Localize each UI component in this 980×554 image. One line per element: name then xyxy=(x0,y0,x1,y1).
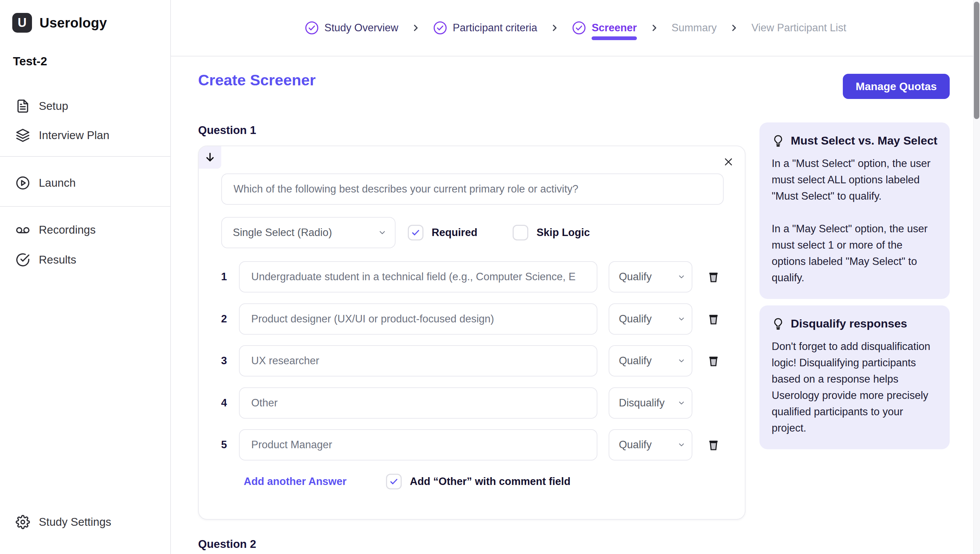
lightbulb-icon xyxy=(772,317,785,330)
add-other-checkbox[interactable] xyxy=(386,474,402,489)
qualify-value: Disqualify xyxy=(619,397,664,409)
sidebar-item-label: Study Settings xyxy=(39,516,111,529)
scrollbar-thumb[interactable] xyxy=(974,2,979,119)
question-settings-row: Single Select (Radio) Required Skip Logi… xyxy=(221,217,590,248)
question-type-select[interactable]: Single Select (Radio) xyxy=(221,217,396,248)
add-answer-row: Add another Answer Add “Other” with comm… xyxy=(199,466,570,497)
chevron-down-icon xyxy=(378,228,387,237)
sidebar-item-study-settings[interactable]: Study Settings xyxy=(0,507,170,537)
chevron-right-icon xyxy=(411,24,420,32)
sidebar: U Userology Test-2 Setup Interview Plan … xyxy=(0,0,171,554)
sidebar-item-label: Setup xyxy=(39,100,68,113)
chevron-down-icon xyxy=(677,357,686,365)
step-label: Screener xyxy=(592,22,637,34)
chevron-down-icon xyxy=(677,399,686,407)
layers-icon xyxy=(16,128,30,143)
answer-number: 5 xyxy=(217,429,231,460)
check-circle-icon xyxy=(572,21,586,35)
answer-input[interactable]: Product Manager xyxy=(239,429,597,460)
step-study-overview[interactable]: Study Overview xyxy=(305,21,398,35)
check-circle-icon xyxy=(433,21,447,35)
check-icon xyxy=(410,228,421,238)
sidebar-item-recordings[interactable]: Recordings xyxy=(0,215,170,245)
required-label: Required xyxy=(432,226,477,239)
chevron-right-icon xyxy=(550,24,559,32)
study-name: Test-2 xyxy=(13,54,47,68)
chevron-right-icon xyxy=(650,24,659,32)
tip-body: In a "Must Select" option, the user must… xyxy=(772,155,937,286)
required-checkbox[interactable] xyxy=(408,225,423,240)
trash-icon xyxy=(707,312,720,325)
userology-logo-icon: U xyxy=(12,13,32,33)
answer-input[interactable]: Product designer (UX/UI or product-focus… xyxy=(239,303,597,334)
step-label: Participant criteria xyxy=(453,22,537,34)
answer-row: 3 UX researcher Qualify xyxy=(199,345,745,376)
answer-input[interactable]: Other xyxy=(239,387,597,419)
qualify-value: Qualify xyxy=(619,355,651,367)
trash-icon xyxy=(707,271,720,283)
close-question-button[interactable] xyxy=(721,155,735,169)
answer-input[interactable]: UX researcher xyxy=(239,345,597,376)
qualify-select[interactable]: Qualify xyxy=(609,429,693,460)
manage-quotas-button[interactable]: Manage Quotas xyxy=(843,74,950,99)
question-1-label: Question 1 xyxy=(198,124,256,137)
tip-title: Must Select vs. May Select xyxy=(772,134,937,147)
step-view-participant-list[interactable]: View Participant List xyxy=(751,22,846,34)
sidebar-item-launch[interactable]: Launch xyxy=(0,168,170,198)
step-participant-criteria[interactable]: Participant criteria xyxy=(433,21,537,35)
answer-input[interactable]: Undergraduate student in a technical fie… xyxy=(239,261,597,293)
step-label: View Participant List xyxy=(751,22,846,34)
tip-title: Disqualify responses xyxy=(772,317,937,330)
qualify-value: Qualify xyxy=(619,439,651,451)
target-check-icon xyxy=(16,253,30,267)
tip-card-disqualify: Disqualify responses Don't forget to add… xyxy=(760,306,950,449)
chevron-down-icon xyxy=(677,441,686,449)
answer-number: 3 xyxy=(217,345,231,376)
answer-number: 4 xyxy=(217,387,231,419)
arrow-down-icon xyxy=(204,151,216,164)
step-summary[interactable]: Summary xyxy=(672,22,717,34)
check-circle-icon xyxy=(305,21,319,35)
question-type-value: Single Select (Radio) xyxy=(233,226,332,239)
top-header: Study Overview Participant criteria Scre… xyxy=(171,0,980,56)
tip-title-text: Disqualify responses xyxy=(791,317,907,330)
delete-answer-button[interactable] xyxy=(706,269,721,284)
document-icon xyxy=(16,99,30,113)
tip-title-text: Must Select vs. May Select xyxy=(791,134,937,147)
answer-row: 1 Undergraduate student in a technical f… xyxy=(199,261,745,293)
tip-paragraph: In a "May Select" option, the user must … xyxy=(772,221,937,286)
tip-body: Don't forget to add disqualification log… xyxy=(772,338,937,436)
step-label: Study Overview xyxy=(324,22,398,34)
sidebar-item-label: Recordings xyxy=(39,223,96,236)
drag-handle[interactable] xyxy=(199,146,221,169)
delete-answer-button[interactable] xyxy=(706,437,721,452)
question-2-label: Question 2 xyxy=(198,538,256,551)
sidebar-item-label: Results xyxy=(39,253,76,266)
skip-logic-checkbox[interactable] xyxy=(512,225,528,240)
scrollbar-track[interactable] xyxy=(973,0,980,554)
check-icon xyxy=(389,476,399,487)
tip-card-must-select: Must Select vs. May Select In a "Must Se… xyxy=(760,123,950,299)
chevron-down-icon xyxy=(677,315,686,323)
question-text-input[interactable]: Which of the following best describes yo… xyxy=(221,174,724,205)
answer-row: 2 Product designer (UX/UI or product-foc… xyxy=(199,303,745,334)
main-content: Create Screener Manage Quotas Question 1… xyxy=(171,56,980,554)
qualify-value: Qualify xyxy=(619,313,651,325)
answer-row: 5 Product Manager Qualify xyxy=(199,429,745,460)
qualify-select[interactable]: Qualify xyxy=(609,303,693,334)
sidebar-item-interview-plan[interactable]: Interview Plan xyxy=(0,120,170,151)
lightbulb-icon xyxy=(772,134,785,147)
step-screener[interactable]: Screener xyxy=(572,21,637,35)
question-card: Which of the following best describes yo… xyxy=(198,146,745,520)
delete-answer-button[interactable] xyxy=(706,353,721,368)
add-answer-link[interactable]: Add another Answer xyxy=(244,476,346,488)
qualify-select[interactable]: Qualify xyxy=(609,345,693,376)
gear-icon xyxy=(16,515,30,529)
sidebar-item-results[interactable]: Results xyxy=(0,245,170,275)
qualify-select[interactable]: Qualify xyxy=(609,261,693,293)
sidebar-item-setup[interactable]: Setup xyxy=(0,91,170,121)
delete-answer-button[interactable] xyxy=(706,312,721,326)
qualify-select[interactable]: Disqualify xyxy=(609,387,693,419)
userology-logo[interactable]: U Userology xyxy=(12,13,107,33)
close-icon xyxy=(722,156,734,168)
